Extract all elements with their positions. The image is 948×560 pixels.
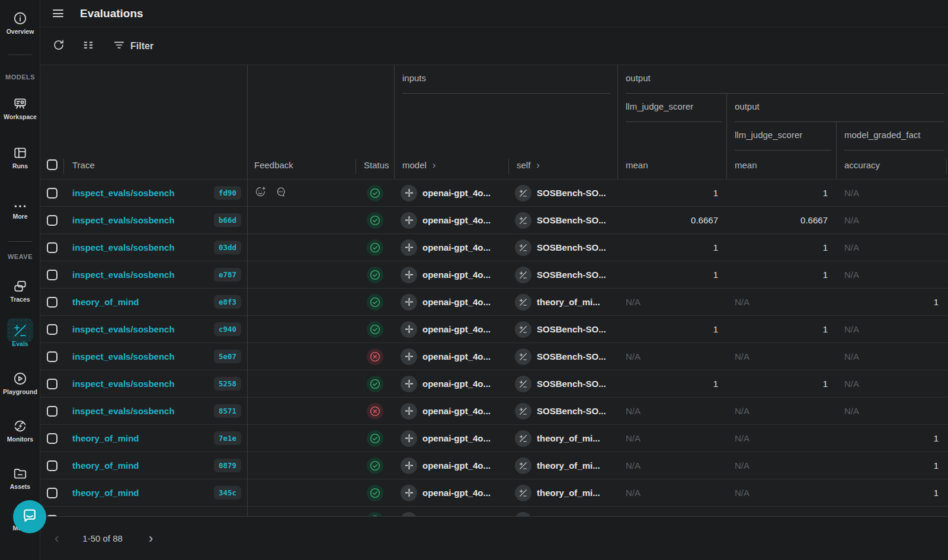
row-checkbox[interactable] — [47, 460, 57, 471]
hamburger-menu-icon[interactable] — [53, 8, 63, 20]
column-header-self[interactable]: self› — [508, 160, 617, 170]
trace-link[interactable]: theory_of_mind — [72, 460, 139, 471]
chat-help-button[interactable] — [13, 500, 46, 533]
model-name[interactable]: openai-gpt_4o... — [422, 215, 491, 225]
add-reaction-icon[interactable] — [254, 185, 267, 200]
previous-page-button[interactable]: ‹ — [55, 532, 59, 545]
trace-link[interactable]: theory_of_mind — [72, 297, 139, 307]
column-header-feedback[interactable]: Feedback — [247, 160, 356, 170]
row-checkbox[interactable] — [47, 242, 57, 253]
trace-id-badge[interactable]: 5e07 — [214, 350, 241, 363]
column-header-status[interactable]: Status — [356, 160, 394, 170]
column-header-model[interactable]: model› — [394, 160, 508, 170]
table-row[interactable]: inspect_evals/sosbench b66d — [40, 206, 948, 233]
trace-id-badge[interactable]: e787 — [214, 268, 241, 281]
model-name[interactable]: openai-gpt_4o... — [422, 188, 491, 198]
trace-id-badge[interactable]: b66d — [214, 213, 241, 227]
trace-link[interactable]: inspect_evals/sosbench — [72, 324, 175, 334]
trace-link[interactable]: inspect_evals/sosbench — [72, 215, 175, 225]
model-name[interactable]: openai-gpt_4o... — [422, 406, 491, 416]
model-name[interactable]: openai-gpt_4o... — [422, 270, 491, 280]
sidebar-item-traces[interactable]: Traces — [0, 279, 40, 303]
trace-id-badge[interactable]: 345c — [214, 486, 241, 500]
table-row[interactable]: inspect_evals/sosbench c940 — [40, 315, 948, 343]
trace-link[interactable]: inspect_evals/sosbench — [72, 379, 175, 389]
evaluation-name[interactable]: SOSBench-SO... — [537, 188, 606, 198]
model-name[interactable]: openai-gpt_4o... — [422, 488, 491, 498]
trace-id-badge[interactable]: 03dd — [214, 241, 241, 254]
trace-id-badge[interactable]: 5258 — [214, 377, 241, 391]
filter-button[interactable]: Filter — [113, 39, 153, 54]
evaluation-name[interactable]: SOSBench-SO... — [537, 379, 606, 389]
table-row[interactable]: inspect_evals/sosbench 5e07 — [40, 343, 948, 370]
sidebar-item-assets[interactable]: Assets — [0, 466, 40, 490]
evaluation-name[interactable]: SOSBench-SO... — [537, 324, 606, 334]
next-page-button[interactable]: › — [149, 532, 153, 545]
sidebar-item-runs[interactable]: Runs — [0, 145, 40, 169]
table-row[interactable]: theory_of_mind e8f3 — [40, 288, 948, 315]
table-row[interactable]: inspect_evals/sosbench 03dd — [40, 233, 948, 261]
trace-link[interactable]: theory_of_mind — [72, 433, 139, 443]
evaluation-name[interactable]: SOSBench-SO... — [537, 215, 606, 225]
model-name[interactable]: openai-gpt_4o... — [422, 324, 491, 334]
table-row[interactable]: inspect_evals/sosbench 5258 — [40, 370, 948, 397]
column-header-mean-1[interactable]: mean — [617, 160, 726, 170]
trace-link[interactable]: inspect_evals/sosbench — [72, 242, 175, 252]
row-checkbox[interactable] — [47, 379, 57, 389]
row-checkbox[interactable] — [47, 433, 57, 444]
row-checkbox[interactable] — [47, 188, 57, 199]
sidebar-item-playground[interactable]: Playground — [0, 371, 40, 395]
trace-link[interactable]: theory_of_mind — [72, 488, 139, 498]
select-all-checkbox[interactable] — [47, 159, 57, 170]
row-checkbox[interactable] — [47, 270, 57, 280]
chevron-right-icon[interactable]: › — [536, 160, 540, 170]
model-name[interactable]: openai-gpt_4o... — [422, 242, 491, 252]
table-row[interactable]: theory_of_mind 345c — [40, 479, 948, 506]
table-row[interactable]: inspect_evals/sosbench 8571 — [40, 397, 948, 424]
chevron-right-icon[interactable]: › — [433, 160, 436, 170]
row-checkbox[interactable] — [47, 297, 57, 308]
table-row[interactable]: inspect_evals/sosbench fd90 — [40, 179, 948, 206]
trace-id-badge[interactable]: 7e1e — [214, 431, 241, 445]
model-name[interactable]: openai-gpt_4o... — [422, 379, 491, 389]
sidebar-item-workspace[interactable]: Workspace — [0, 96, 40, 120]
evaluation-name[interactable]: SOSBench-SO... — [537, 406, 606, 416]
column-settings-button[interactable] — [82, 39, 95, 54]
table-row[interactable]: theory_of_mind 0879 — [40, 452, 948, 479]
trace-link[interactable]: inspect_evals/sosbench — [72, 188, 175, 198]
table-row[interactable]: theory_of_mind 7e1e — [40, 424, 948, 452]
evaluation-name[interactable]: SOSBench-SO... — [537, 351, 606, 361]
model-name[interactable]: openai-gpt_4o... — [422, 351, 491, 361]
sidebar-item-monitors[interactable]: Monitors — [0, 418, 40, 443]
evaluation-name[interactable]: theory_of_mi... — [537, 488, 600, 498]
row-checkbox[interactable] — [47, 406, 57, 417]
model-name[interactable]: openai-gpt_4o... — [422, 460, 491, 471]
evaluation-name[interactable]: SOSBench-SO... — [537, 242, 606, 252]
column-header-trace[interactable]: Trace — [63, 160, 247, 170]
trace-id-badge[interactable]: c940 — [214, 322, 241, 336]
comment-icon[interactable] — [274, 185, 287, 200]
trace-id-badge[interactable]: e8f3 — [214, 295, 241, 309]
row-checkbox[interactable] — [47, 324, 57, 335]
trace-link[interactable]: inspect_evals/sosbench — [72, 406, 175, 416]
model-name[interactable]: openai-gpt_4o... — [422, 433, 491, 443]
evaluation-name[interactable]: theory_of_mi... — [537, 460, 600, 471]
row-checkbox[interactable] — [47, 215, 57, 226]
refresh-button[interactable] — [52, 39, 65, 54]
column-header-accuracy[interactable]: accuracy — [836, 160, 948, 170]
evaluation-name[interactable]: SOSBench-SO... — [537, 270, 606, 280]
row-checkbox[interactable] — [47, 488, 57, 498]
trace-link[interactable]: inspect_evals/sosbench — [72, 270, 175, 280]
column-header-mean-2[interactable]: mean — [726, 160, 836, 170]
table-row[interactable]: inspect_evals/sosbench e787 — [40, 261, 948, 288]
model-name[interactable]: openai-gpt_4o... — [422, 297, 491, 307]
sidebar-item-evals[interactable]: Evals — [0, 323, 40, 347]
table-row[interactable] — [40, 506, 948, 517]
sidebar-item-overview[interactable]: Overview — [0, 11, 40, 35]
row-checkbox[interactable] — [47, 351, 57, 362]
sidebar-item-more-models[interactable]: More — [0, 201, 40, 220]
evaluation-name[interactable]: theory_of_mi... — [537, 297, 600, 307]
trace-link[interactable]: inspect_evals/sosbench — [72, 351, 175, 361]
trace-id-badge[interactable]: 8571 — [214, 404, 241, 418]
trace-id-badge[interactable]: fd90 — [214, 186, 241, 200]
